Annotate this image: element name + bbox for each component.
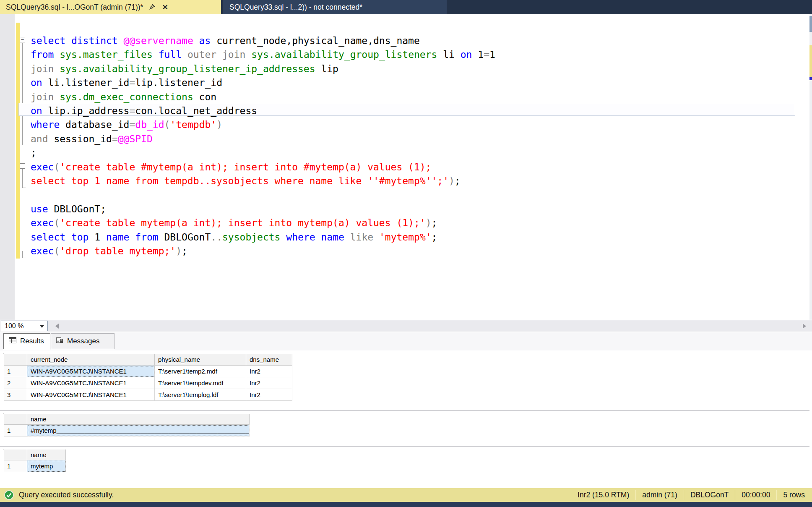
grid-cell[interactable]: Inr2 (246, 366, 292, 377)
code-token: 'mytemp%' (379, 232, 432, 243)
code-token: = (484, 49, 489, 60)
tab-sqlquery36[interactable]: SQLQuery36.sql - l...OGonT (admin (71))*… (0, 0, 221, 14)
row-number-cell[interactable]: 3 (4, 389, 27, 401)
close-icon[interactable]: ✕ (162, 3, 168, 12)
success-check-icon (4, 490, 14, 500)
document-tab-bar: SQLQuery36.sql - l...OGonT (admin (71))*… (0, 0, 812, 14)
row-number-header[interactable] (4, 354, 27, 366)
code-token: select top 1 name from tempdb..sysobject… (31, 175, 449, 186)
row-number-header[interactable] (4, 450, 27, 460)
code-token: like (350, 232, 373, 243)
code-line: join sys.availability_group_listener_ip_… (31, 63, 338, 77)
code-token: exec (31, 246, 54, 256)
code-token: select distinct (31, 35, 124, 46)
code-token: 1 (88, 232, 106, 243)
fold-guide-end (22, 188, 26, 188)
changed-lines-mark (809, 45, 812, 77)
status-field: Inr2 (15.0 RTM) (571, 491, 635, 499)
code-line: and session_id=@@SPID (31, 133, 153, 147)
change-tracking-bar (16, 23, 20, 259)
scroll-annotation-strip[interactable] (809, 14, 812, 320)
fold-guide (22, 169, 23, 188)
row-number-cell[interactable]: 2 (4, 377, 27, 389)
code-token: ( (54, 246, 60, 256)
row-number-cell[interactable]: 1 (4, 366, 27, 377)
column-header[interactable]: current_node (27, 354, 155, 366)
code-token: ( (54, 217, 60, 228)
tab-results[interactable]: Results (3, 333, 50, 349)
collapse-icon[interactable]: − (20, 37, 25, 42)
code-token: con.local_net_address (135, 105, 257, 116)
code-token: where (31, 119, 60, 130)
column-header[interactable]: dns_name (246, 354, 292, 366)
code-token: DBLOGonT (159, 232, 211, 243)
code-token: = (129, 119, 135, 130)
code-token: ; (182, 246, 187, 256)
code-token: exec (31, 162, 54, 172)
fold-guide (22, 43, 23, 145)
grid-cell[interactable]: Inr2 (246, 377, 292, 389)
code-token: sys.availability_group_listener_ip_addre… (60, 63, 315, 74)
code-token: name (321, 232, 344, 243)
code-line: select top 1 name from DBLOGonT..sysobje… (31, 232, 437, 246)
results-grid-icon (9, 337, 16, 345)
code-token: outer join (187, 49, 245, 60)
row-number-header[interactable] (4, 414, 27, 425)
code-token: @@SPID (118, 133, 153, 144)
code-token: use (31, 204, 48, 214)
code-token: ) (216, 119, 222, 130)
column-header[interactable]: physical_name (155, 354, 246, 366)
scroll-left-icon[interactable] (55, 324, 59, 329)
status-field: 5 rows (777, 491, 811, 499)
code-line: exec('create table #mytemp(a int); inser… (31, 162, 431, 175)
code-line: where database_id=db_id('tempdb') (31, 119, 222, 133)
status-field: 00:00:00 (735, 491, 776, 499)
code-token: select top (31, 232, 88, 243)
code-token: on (31, 105, 42, 116)
editor-hscroll-row: 100 % (0, 320, 812, 332)
code-token: current_node,physical_name,dns_name (211, 35, 420, 46)
column-header[interactable]: name (27, 414, 250, 425)
code-token (344, 232, 350, 243)
code-line: exec('drop table mytemp;'); (31, 246, 187, 259)
collapse-icon[interactable]: − (20, 163, 25, 169)
fold-guide-end (22, 145, 26, 145)
tab-sqlquery33[interactable]: SQLQuery33.sql - l...2)) - not connected… (223, 0, 447, 14)
code-token: lip.ip_address (42, 105, 130, 116)
pin-icon[interactable] (149, 4, 155, 10)
code-token (153, 49, 159, 60)
status-fields: Inr2 (15.0 RTM)admin (71)DBLOGonT00:00:0… (571, 488, 811, 502)
grid-cell[interactable]: T:\server1\tempdev.mdf (155, 377, 246, 389)
row-number-cell[interactable]: 1 (4, 460, 27, 472)
tab-title: SQLQuery36.sql - l...OGonT (admin (71))* (6, 3, 143, 12)
tab-messages[interactable]: Messages (51, 333, 115, 349)
grid-cell[interactable]: Inr2 (246, 389, 292, 401)
column-header[interactable]: name (27, 450, 66, 460)
code-token: 'tempdb' (170, 119, 216, 130)
sql-editor[interactable]: − − select distinct @@servername as curr… (0, 14, 809, 320)
scroll-right-icon[interactable] (803, 324, 806, 329)
code-token: as (199, 35, 211, 46)
code-token: db_id (135, 119, 164, 130)
grid-cell[interactable]: WIN-A9VC0G5MTCJ\INSTANCE1 (27, 366, 155, 377)
grid-separator (0, 446, 809, 447)
row-number-cell[interactable]: 1 (4, 425, 27, 436)
code-token: session_id (48, 133, 112, 144)
grid-cell[interactable]: #mytemp_________________________________… (27, 425, 250, 436)
zoom-select[interactable]: 100 % (1, 321, 48, 331)
grid-cell[interactable]: WIN-A9VC0G5MTCJ\INSTANCE1 (27, 389, 155, 401)
grid-cell[interactable]: T:\server1\temp2.mdf (155, 366, 246, 377)
code-token (245, 49, 251, 60)
code-token: ; (455, 175, 461, 186)
grid-cell[interactable]: mytemp (27, 460, 66, 472)
code-token: from (31, 49, 54, 60)
code-token: .. (211, 232, 222, 243)
result-grid: current_nodephysical_namedns_name1WIN-A9… (3, 353, 4, 354)
grid-cell[interactable]: T:\server1\templog.ldf (155, 389, 246, 401)
code-token: name (106, 232, 129, 243)
code-text[interactable]: select distinct @@servername as current_… (31, 35, 802, 312)
grid-cell[interactable]: WIN-A9VC0G5MTCJ\INSTANCE1 (27, 377, 155, 389)
scrollbar-thumb[interactable] (809, 16, 812, 32)
code-token: li.listener_id (42, 77, 130, 88)
code-token: on (461, 49, 472, 60)
